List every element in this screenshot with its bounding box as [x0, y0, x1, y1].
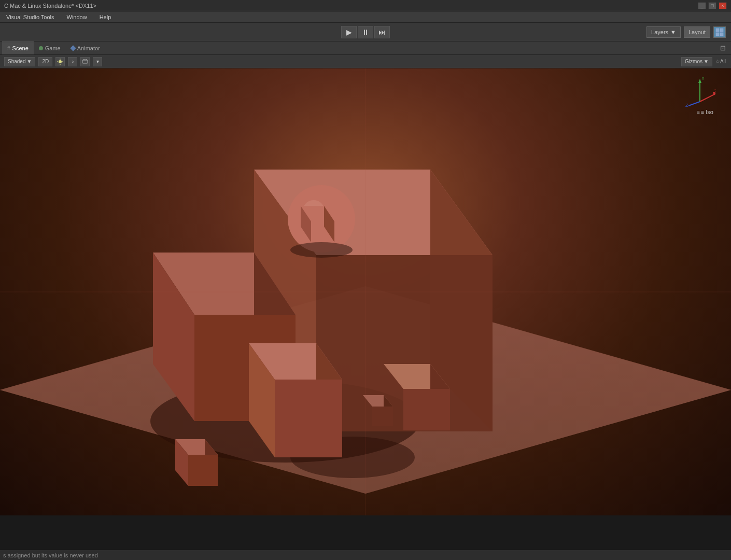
svg-marker-41 [188, 455, 218, 486]
menu-bar: Visual Studio Tools Window Help [0, 11, 731, 23]
svg-rect-9 [82, 60, 88, 63]
scene-hash-icon: # [7, 46, 10, 51]
gizmos-button[interactable]: Gizmos ▼ [681, 57, 712, 66]
toolbar: ▶ ⏸ ⏭ Layers ▼ Layout [0, 23, 731, 41]
menu-help[interactable]: Help [96, 13, 115, 21]
toolbar-right: Layers ▼ Layout [646, 26, 726, 38]
tab-bar-right: ⊡ [720, 44, 726, 52]
gizmo-axes: Y X Z [684, 76, 715, 107]
gizmos-label: Gizmos [685, 59, 702, 64]
svg-marker-45 [372, 407, 393, 426]
gizmos-chevron-icon: ▼ [704, 59, 709, 64]
pause-button[interactable]: ⏸ [358, 26, 373, 38]
tab-animator-label: Animator [77, 45, 100, 51]
effects-icon[interactable] [80, 57, 90, 66]
y-axis-label: Y [701, 76, 705, 81]
tab-animator[interactable]: Animator [66, 41, 105, 54]
iso-label: ≡ ≡ Iso [696, 109, 713, 115]
layers-dropdown[interactable]: Layers ▼ [646, 26, 681, 38]
sun-icon[interactable] [55, 57, 65, 66]
viewport[interactable]: Y X Z ≡ ≡ Iso [0, 68, 731, 515]
svg-rect-2 [716, 33, 719, 36]
title-bar-controls: _ □ × [698, 2, 727, 9]
status-bar: s assigned but its value is never used [0, 550, 731, 560]
minimize-button[interactable]: _ [698, 2, 706, 9]
svg-line-50 [700, 94, 715, 102]
svg-point-28 [290, 242, 353, 258]
scene-toolbar: Shaded ▼ 2D ♪ ▾ Gizmos ▼ ☆All [0, 55, 731, 68]
audio-icon[interactable]: ♪ [68, 57, 77, 66]
svg-point-4 [59, 60, 62, 63]
tab-scene[interactable]: # Scene [2, 41, 34, 54]
maximize-scene-icon[interactable]: ⊡ [720, 44, 726, 52]
iso-lines-icon: ≡ [696, 109, 699, 115]
scene-3d [0, 68, 731, 515]
svg-rect-10 [83, 59, 85, 60]
svg-rect-0 [716, 29, 719, 32]
tab-bar: # Scene Game Animator ⊡ [0, 41, 731, 55]
menu-window[interactable]: Window [64, 13, 90, 21]
scene-settings-icon[interactable]: ▾ [93, 57, 102, 66]
scene-toolbar-right: Gizmos ▼ ☆All [681, 57, 726, 66]
shading-label: Shaded [8, 59, 25, 64]
play-button[interactable]: ▶ [341, 26, 357, 38]
status-message: s assigned but its value is never used [3, 552, 98, 558]
title-bar: C Mac & Linux Standalone* <DX11> _ □ × [0, 0, 731, 11]
layout-button[interactable]: Layout [684, 26, 710, 38]
step-button[interactable]: ⏭ [374, 26, 390, 38]
svg-marker-34 [275, 380, 342, 457]
shading-button[interactable]: Shaded ▼ [4, 57, 35, 66]
2d-button[interactable]: 2D [38, 57, 52, 66]
svg-marker-38 [403, 389, 450, 430]
iso-text: ≡ Iso [701, 109, 713, 115]
svg-rect-3 [720, 33, 723, 36]
x-axis-label: X [714, 88, 715, 93]
animator-diamond-icon [70, 45, 76, 51]
layers-chevron-icon: ▼ [670, 29, 676, 35]
tab-scene-label: Scene [12, 45, 29, 51]
tab-game-label: Game [45, 45, 61, 51]
tab-game[interactable]: Game [34, 41, 66, 54]
game-circle-icon [39, 46, 43, 50]
layers-label: Layers [651, 29, 668, 35]
menu-visual-studio-tools[interactable]: Visual Studio Tools [3, 13, 58, 21]
layout-grid-icon [715, 28, 724, 36]
svg-rect-11 [86, 59, 87, 60]
title-bar-title: C Mac & Linux Standalone* <DX11> [4, 3, 96, 9]
svg-line-52 [688, 102, 700, 106]
maximize-button[interactable]: □ [708, 2, 716, 9]
all-gizmos-label: ☆All [715, 59, 726, 64]
z-axis-label: Z [685, 103, 688, 107]
layout-icon[interactable] [713, 26, 726, 38]
close-button[interactable]: × [719, 2, 727, 9]
shading-chevron-icon: ▼ [26, 59, 32, 64]
svg-rect-1 [720, 29, 723, 32]
